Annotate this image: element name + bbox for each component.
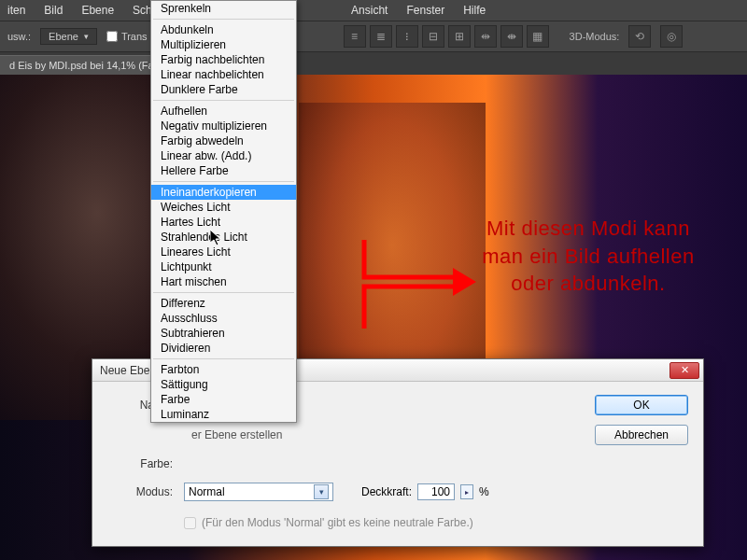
ok-button[interactable]: OK (595, 395, 688, 415)
mode-combo[interactable]: Normal ▾ (184, 483, 333, 501)
close-icon: ✕ (681, 364, 689, 376)
align-icon[interactable]: ⫶ (396, 25, 418, 48)
blend-mode-option[interactable]: Abdunkeln (151, 22, 296, 37)
document-tab[interactable]: d Eis by MDI.psd bei 14,1% (Fa (0, 55, 163, 75)
blend-mode-option[interactable]: Weiches Licht (151, 200, 296, 215)
blend-mode-dropdown[interactable]: SprenkelnAbdunkelnMultiplizierenFarbig n… (150, 0, 297, 423)
blend-mode-option[interactable]: Farbig nachbelichten (151, 52, 296, 67)
align-icon[interactable]: ≣ (370, 25, 392, 48)
blend-mode-option[interactable]: Dividieren (151, 341, 296, 356)
blend-mode-option[interactable]: Hartes Licht (151, 215, 296, 230)
menu-item[interactable]: iten (7, 4, 25, 17)
blend-mode-option[interactable]: Aufhellen (151, 104, 296, 119)
close-button[interactable]: ✕ (669, 362, 699, 379)
menu-item[interactable]: Ebene (81, 4, 114, 17)
cancel-button[interactable]: Abbrechen (595, 425, 688, 445)
blend-mode-option[interactable]: Hellere Farbe (151, 163, 296, 178)
blend-mode-option[interactable]: Sprenkeln (151, 1, 296, 16)
prev-layer-text: er Ebene erstellen (184, 428, 574, 441)
blend-mode-option[interactable]: Multiplizieren (151, 37, 296, 52)
blend-mode-option[interactable]: Linear abw. (Add.) (151, 148, 296, 163)
align-icon[interactable]: ⊞ (448, 25, 471, 48)
blend-mode-option[interactable]: Lichtpunkt (151, 259, 296, 274)
align-icon[interactable]: ≡ (344, 25, 366, 48)
cursor-icon (210, 230, 225, 249)
blend-mode-option[interactable]: Sättigung (151, 377, 296, 392)
separator (153, 19, 294, 20)
blend-mode-option[interactable]: Farbig abwedeln (151, 133, 296, 148)
opacity-label: Deckkraft: (361, 485, 412, 498)
blend-mode-option[interactable]: Farbton (151, 362, 296, 377)
blend-mode-option[interactable]: Subtrahieren (151, 326, 296, 341)
blend-mode-option[interactable]: Luminanz (151, 407, 296, 422)
mode-label: Modus: (107, 485, 173, 498)
menu-item[interactable]: Ansicht (351, 4, 388, 17)
opacity-field[interactable] (417, 483, 455, 500)
menu-item[interactable]: Fenster (406, 4, 444, 17)
distribute-icon[interactable]: ⇼ (500, 25, 523, 48)
distribute-icon[interactable]: ▦ (527, 25, 549, 48)
blend-mode-option[interactable]: Negativ multiplizieren (151, 119, 296, 133)
separator (153, 181, 294, 182)
blend-mode-option[interactable]: Dunklere Farbe (151, 82, 296, 97)
layer-target-combo[interactable]: Ebene (40, 28, 97, 45)
transparency-checkbox[interactable]: Trans (106, 31, 148, 42)
menu-item[interactable]: Bild (44, 4, 63, 17)
blend-mode-option[interactable]: Ausschluss (151, 311, 296, 326)
3d-rotate-icon[interactable]: ⟲ (628, 25, 651, 48)
separator (153, 358, 294, 359)
blend-mode-option[interactable]: Ineinanderkopieren (151, 185, 296, 200)
blend-mode-option[interactable]: Linear nachbelichten (151, 67, 296, 82)
neutral-color-row: (Für den Modus 'Normal' gibt es keine ne… (184, 511, 688, 529)
chevron-down-icon: ▾ (314, 484, 329, 499)
blend-mode-option[interactable]: Hart mischen (151, 274, 296, 289)
color-label: Farbe: (107, 457, 173, 470)
annotation-text: Mit diesen Modi kann man ein Bild aufhel… (467, 215, 710, 298)
checkbox-icon[interactable] (106, 31, 118, 42)
blend-mode-option[interactable]: Differenz (151, 296, 296, 311)
neutral-checkbox (184, 517, 196, 529)
blend-mode-option[interactable]: Farbe (151, 392, 296, 407)
3d-mode-label: 3D-Modus: (570, 31, 620, 42)
opacity-spinner[interactable]: ▸ (460, 484, 473, 499)
separator (153, 292, 294, 293)
opacity-suffix: % (479, 485, 489, 498)
menu-item[interactable]: Hilfe (463, 4, 486, 17)
option-label: usw.: (7, 31, 31, 42)
distribute-icon[interactable]: ⇹ (474, 25, 497, 48)
annotation-arrow-icon (308, 235, 476, 338)
align-icon[interactable]: ⊟ (422, 25, 444, 48)
3d-orbit-icon[interactable]: ◎ (660, 25, 683, 48)
separator (153, 100, 294, 101)
